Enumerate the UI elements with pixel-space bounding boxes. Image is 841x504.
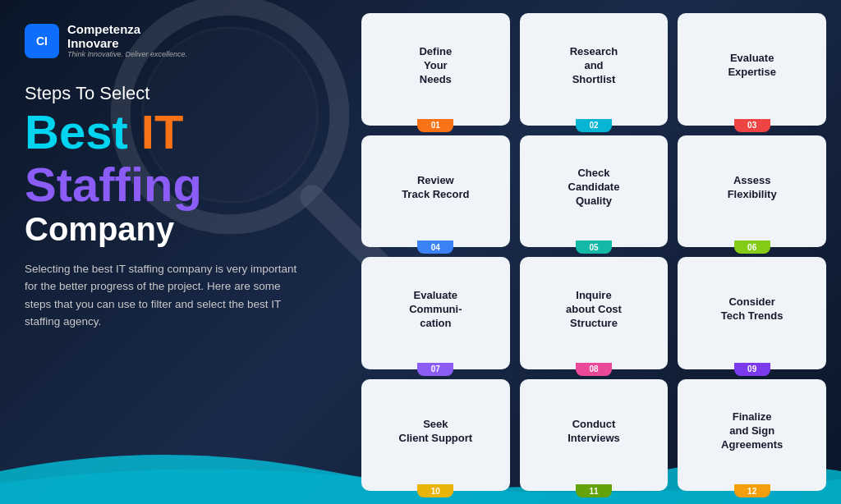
description-text: Selecting the best IT staffing company i… [25,260,304,331]
step-number-badge-01: 01 [417,119,453,132]
step-label-11: ConductInterviews [568,418,620,446]
step-number-text-09: 09 [747,364,756,373]
steps-grid: DefineYourNeeds01ResearchandShortlist02E… [353,0,841,504]
step-card-06: AssessFlexibility06 [678,135,826,248]
step-card-08: Inquireabout CostStructure08 [520,257,669,369]
step-label-10: SeekClient Support [399,418,473,446]
step-label-08: Inquireabout CostStructure [566,289,622,331]
step-card-03: EvaluateExpertise03 [678,13,826,126]
step-number-text-06: 06 [747,243,756,252]
step-number-text-12: 12 [747,487,756,496]
step-card-02: ResearchandShortlist02 [520,13,669,126]
step-label-04: ReviewTrack Record [402,174,469,202]
step-card-04: ReviewTrack Record04 [361,135,510,248]
step-number-text-05: 05 [589,243,598,252]
step-number-badge-03: 03 [734,119,770,132]
logo-tagline: Think Innovative. Deliver excellence. [67,50,187,58]
step-label-02: ResearchandShortlist [570,45,618,87]
step-number-badge-07: 07 [417,363,453,376]
step-number-text-08: 08 [589,364,598,373]
logo-text: Competenza Innovare Think Innovative. De… [67,23,187,58]
logo-icon: CI [25,24,59,58]
main-content: CI Competenza Innovare Think Innovative.… [0,0,841,504]
step-card-01: DefineYourNeeds01 [361,13,510,126]
step-number-badge-09: 09 [734,363,770,376]
step-label-12: Finalizeand SignAgreements [721,410,783,452]
title-company: Company [25,211,329,247]
step-label-06: AssessFlexibility [728,174,777,202]
main-title: Best IT Staffing Company [25,106,329,247]
step-number-badge-02: 02 [576,119,612,132]
step-card-12: Finalizeand SignAgreements12 [678,379,826,492]
step-number-text-07: 07 [431,364,440,373]
logo-area: CI Competenza Innovare Think Innovative.… [25,23,329,58]
step-number-text-11: 11 [589,487,598,496]
step-label-01: DefineYourNeeds [419,45,452,87]
step-number-badge-11: 11 [576,484,612,497]
step-label-07: EvaluateCommuni-cation [409,289,462,331]
step-number-text-10: 10 [431,487,440,496]
step-number-badge-12: 12 [734,484,770,497]
left-panel: CI Competenza Innovare Think Innovative.… [0,0,353,504]
step-number-badge-06: 06 [734,241,770,254]
step-card-05: CheckCandidateQuality05 [520,135,669,248]
step-number-text-01: 01 [431,121,440,130]
steps-label: Steps To Select [25,83,329,104]
step-number-text-03: 03 [747,121,756,130]
step-number-text-02: 02 [589,121,598,130]
step-card-09: ConsiderTech Trends09 [678,257,826,369]
title-best-it: Best IT [25,106,329,158]
step-card-10: SeekClient Support10 [361,379,510,492]
step-label-03: EvaluateExpertise [728,52,776,80]
step-card-07: EvaluateCommuni-cation07 [361,257,510,369]
step-number-badge-10: 10 [417,484,453,497]
step-label-05: CheckCandidateQuality [568,167,620,208]
logo-name-line1: Competenza Innovare [67,23,187,50]
step-number-badge-08: 08 [576,363,612,376]
title-staffing: Staffing [25,158,329,211]
step-number-badge-05: 05 [576,241,612,254]
step-number-badge-04: 04 [417,241,453,254]
step-label-09: ConsiderTech Trends [721,296,784,323]
step-card-11: ConductInterviews11 [520,379,669,492]
step-number-text-04: 04 [431,243,440,252]
